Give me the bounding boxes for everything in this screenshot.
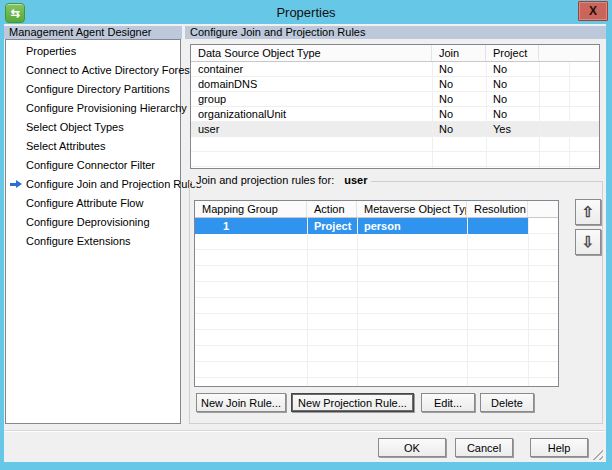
cell: No — [486, 92, 539, 107]
column-header-filler — [539, 45, 599, 61]
column-header-filler — [528, 201, 558, 217]
rules-table[interactable]: Mapping GroupActionMetaverse Object Type… — [194, 200, 559, 387]
cell: person — [357, 218, 467, 234]
nav-item-label: Connect to Active Directory Forest — [26, 64, 193, 76]
nav-item-select-object-types[interactable]: Select Object Types — [6, 118, 180, 137]
rules-group-label-text: Join and projection rules for: — [196, 174, 334, 186]
column-header-join[interactable]: Join — [432, 45, 486, 61]
properties-dialog: ⇆ Properties X Management Agent Designer… — [0, 0, 612, 470]
table-row-domaindns[interactable]: domainDNSNoNo — [191, 77, 599, 92]
column-divider — [307, 218, 308, 386]
table-row-organizationalunit[interactable]: organizationalUnitNoNo — [191, 107, 599, 122]
rules-group-box: Join and projection rules for:user Mappi… — [189, 181, 603, 424]
cell: No — [486, 77, 539, 92]
nav-item-select-attributes[interactable]: Select Attributes — [6, 137, 180, 156]
nav-item-label: Properties — [26, 45, 76, 57]
cell: Yes — [486, 122, 539, 137]
column-divider — [528, 218, 529, 386]
left-panel-header: Management Agent Designer — [4, 26, 182, 39]
titlebar[interactable]: ⇆ Properties X — [0, 0, 612, 24]
column-divider — [432, 62, 433, 168]
nav-item-label: Select Attributes — [26, 140, 106, 152]
column-header-data-source-object-type[interactable]: Data Source Object Type — [191, 45, 432, 61]
column-divider — [357, 218, 358, 386]
nav-item-connect-to-active-directory-forest[interactable]: Connect to Active Directory Forest — [6, 61, 180, 80]
nav-item-configure-extensions[interactable]: Configure Extensions — [6, 232, 180, 251]
column-divider — [486, 62, 487, 168]
nav-item-configure-deprovisioning[interactable]: Configure Deprovisioning — [6, 213, 180, 232]
nav-item-label: Configure Connector Filter — [26, 159, 155, 171]
nav-item-properties[interactable]: Properties — [6, 42, 180, 61]
rules-group-label: Join and projection rules for:user — [192, 174, 371, 186]
move-up-button[interactable]: ⇧ — [575, 199, 601, 225]
rules-table-header[interactable]: Mapping GroupActionMetaverse Object Type… — [195, 201, 558, 218]
cell: domainDNS — [191, 77, 432, 92]
object-type-table-body[interactable]: containerNoNodomainDNSNoNogroupNoNoorgan… — [191, 62, 599, 168]
nav-item-configure-join-and-projection-rules[interactable]: Configure Join and Projection Rules — [6, 175, 180, 194]
column-header-metaverse-object-type[interactable]: Metaverse Object Type — [357, 201, 467, 217]
cell: No — [432, 122, 486, 137]
column-divider — [569, 62, 570, 168]
help-button[interactable]: Help — [530, 438, 588, 457]
column-divider — [539, 62, 540, 168]
object-type-table[interactable]: Data Source Object TypeJoinProject conta… — [190, 44, 600, 169]
table-row-container[interactable]: containerNoNo — [191, 62, 599, 77]
dialog-client-area: Management Agent Designer Configure Join… — [4, 24, 606, 462]
rules-table-body[interactable]: 1Projectperson — [195, 218, 558, 386]
nav-item-label: Configure Join and Projection Rules — [26, 178, 202, 190]
ok-button[interactable]: OK — [378, 438, 446, 457]
nav-item-label: Configure Extensions — [26, 235, 131, 247]
nav-item-label: Configure Deprovisioning — [26, 216, 150, 228]
nav-item-label: Configure Attribute Flow — [26, 197, 143, 209]
column-header-mapping-group[interactable]: Mapping Group — [195, 201, 307, 217]
table-row-group[interactable]: groupNoNo — [191, 92, 599, 107]
cell: organizationalUnit — [191, 107, 432, 122]
down-arrow-icon: ⇩ — [582, 233, 595, 251]
cell: No — [432, 107, 486, 122]
cell: No — [486, 62, 539, 77]
right-panel-header: Configure Join and Projection Rules — [185, 26, 606, 39]
nav-item-label: Configure Provisioning Hierarchy — [26, 102, 187, 114]
rules-group-object-name: user — [344, 174, 367, 186]
cell: No — [432, 92, 486, 107]
table-row-user[interactable]: userNoYes — [191, 122, 599, 137]
column-divider — [467, 218, 468, 386]
edit-button[interactable]: Edit... — [421, 393, 475, 412]
cell: Project — [307, 218, 357, 234]
delete-button[interactable]: Delete — [480, 393, 534, 412]
move-down-button[interactable]: ⇩ — [575, 229, 601, 255]
resize-grip[interactable] — [589, 447, 603, 460]
nav-item-label: Configure Directory Partitions — [26, 83, 170, 95]
cell: user — [191, 122, 432, 137]
nav-item-configure-connector-filter[interactable]: Configure Connector Filter — [6, 156, 180, 175]
dialog-title: Properties — [0, 0, 612, 24]
cell: No — [432, 62, 486, 77]
cell: group — [191, 92, 432, 107]
nav-item-configure-provisioning-hierarchy[interactable]: Configure Provisioning Hierarchy — [6, 99, 180, 118]
close-button[interactable]: X — [578, 1, 608, 21]
current-step-arrow-icon — [10, 180, 23, 189]
cell: container — [191, 62, 432, 77]
table-row-1[interactable]: 1Projectperson — [195, 218, 529, 234]
new-projection-rule-button[interactable]: New Projection Rule... — [291, 393, 414, 412]
cell: No — [432, 77, 486, 92]
cell: No — [486, 107, 539, 122]
footer-separator — [5, 430, 605, 432]
ma-designer-nav: PropertiesConnect to Active Directory Fo… — [5, 39, 181, 424]
new-join-rule-button[interactable]: New Join Rule... — [196, 393, 286, 412]
nav-item-label: Select Object Types — [26, 121, 124, 133]
object-type-table-header[interactable]: Data Source Object TypeJoinProject — [191, 45, 599, 62]
column-header-action[interactable]: Action — [307, 201, 357, 217]
column-header-project[interactable]: Project — [486, 45, 539, 61]
nav-item-configure-directory-partitions[interactable]: Configure Directory Partitions — [6, 80, 180, 99]
up-arrow-icon: ⇧ — [582, 203, 595, 221]
cell: 1 — [195, 218, 307, 234]
nav-item-configure-attribute-flow[interactable]: Configure Attribute Flow — [6, 194, 180, 213]
cell — [467, 218, 528, 234]
column-header-resolution[interactable]: Resolution — [467, 201, 528, 217]
cancel-button[interactable]: Cancel — [455, 438, 513, 457]
